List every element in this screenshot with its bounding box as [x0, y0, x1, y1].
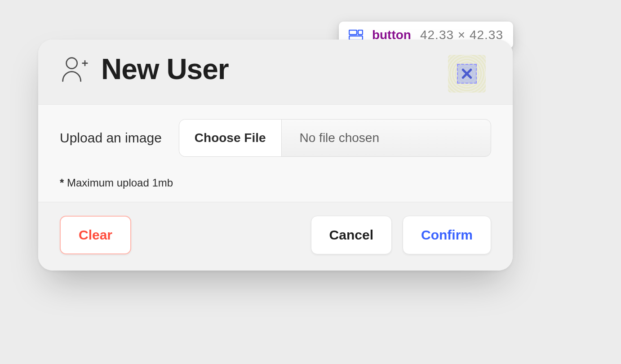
- cancel-button[interactable]: Cancel: [311, 216, 392, 254]
- choose-file-button[interactable]: Choose File: [179, 120, 282, 156]
- svg-rect-1: [358, 30, 363, 35]
- file-input[interactable]: Choose File No file chosen: [179, 119, 491, 157]
- upload-image-label: Upload an image: [60, 130, 162, 146]
- modal-title: New User: [101, 55, 229, 84]
- confirm-button[interactable]: Confirm: [403, 216, 491, 254]
- clear-button[interactable]: Clear: [60, 216, 131, 254]
- file-chosen-status: No file chosen: [282, 131, 379, 145]
- close-button[interactable]: [448, 55, 486, 93]
- hint-text: Maximum upload 1mb: [64, 177, 173, 189]
- user-plus-icon: [60, 55, 89, 84]
- svg-rect-0: [349, 30, 357, 35]
- modal-footer: Clear Cancel Confirm: [38, 202, 513, 271]
- svg-point-3: [67, 58, 77, 69]
- modal-body: Upload an image Choose File No file chos…: [38, 105, 513, 202]
- upload-hint: * Maximum upload 1mb: [60, 177, 491, 189]
- close-icon: [460, 67, 474, 80]
- new-user-modal: New User Upload an image Choose File No …: [38, 40, 513, 271]
- modal-header: New User: [38, 40, 513, 105]
- hint-asterisk: *: [60, 177, 64, 189]
- layout-grid-icon: [349, 30, 363, 40]
